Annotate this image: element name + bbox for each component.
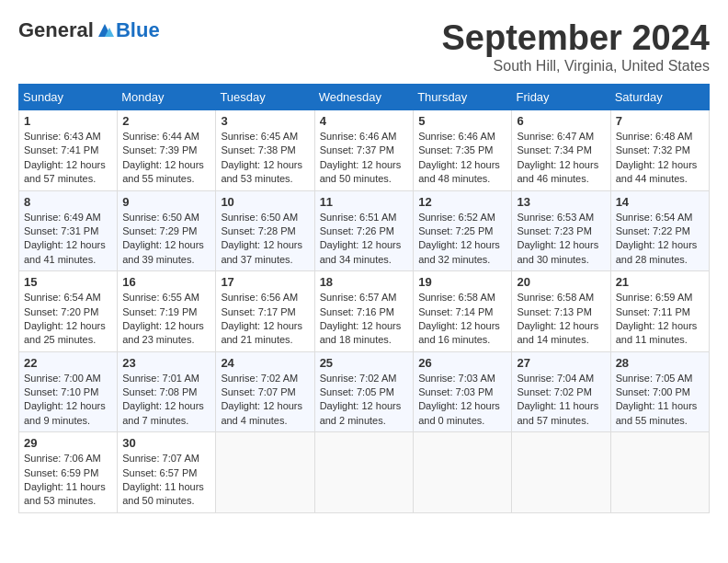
sunset-label: Sunset: 6:57 PM bbox=[122, 467, 197, 478]
logo-general-text: General bbox=[18, 18, 94, 42]
sunset-label: Sunset: 7:35 PM bbox=[418, 144, 493, 155]
calendar-cell: 1 Sunrise: 6:43 AM Sunset: 7:41 PM Dayli… bbox=[19, 110, 118, 191]
sunset-label: Sunset: 7:37 PM bbox=[320, 144, 394, 155]
sunrise-label: Sunrise: 6:49 AM bbox=[24, 212, 101, 223]
calendar-weekday-monday: Monday bbox=[118, 85, 216, 110]
calendar-cell: 25 Sunrise: 7:02 AM Sunset: 7:05 PM Dayl… bbox=[314, 351, 414, 432]
sunset-label: Sunset: 7:05 PM bbox=[320, 386, 394, 397]
daylight-label: Daylight: 12 hours and 50 minutes. bbox=[320, 159, 402, 184]
sunrise-label: Sunrise: 6:58 AM bbox=[517, 292, 594, 303]
day-number: 4 bbox=[320, 114, 409, 128]
day-info: Sunrise: 6:46 AM Sunset: 7:37 PM Dayligh… bbox=[320, 130, 409, 187]
daylight-label: Daylight: 11 hours and 55 minutes. bbox=[616, 400, 698, 425]
daylight-label: Daylight: 12 hours and 25 minutes. bbox=[24, 320, 106, 345]
day-number: 2 bbox=[122, 114, 210, 128]
daylight-label: Daylight: 12 hours and 48 minutes. bbox=[418, 159, 500, 184]
daylight-label: Daylight: 12 hours and 7 minutes. bbox=[122, 400, 204, 425]
title-section: September 2024 South Hill, Virginia, Uni… bbox=[442, 18, 711, 75]
sunrise-label: Sunrise: 7:04 AM bbox=[517, 373, 594, 384]
day-number: 15 bbox=[24, 275, 112, 289]
day-number: 8 bbox=[24, 195, 112, 209]
calendar-cell: 30 Sunrise: 7:07 AM Sunset: 6:57 PM Dayl… bbox=[118, 432, 216, 513]
daylight-label: Daylight: 12 hours and 0 minutes. bbox=[418, 400, 500, 425]
sunrise-label: Sunrise: 6:52 AM bbox=[418, 212, 495, 223]
sunset-label: Sunset: 7:28 PM bbox=[221, 225, 295, 236]
daylight-label: Daylight: 12 hours and 53 minutes. bbox=[221, 159, 302, 184]
calendar-cell: 16 Sunrise: 6:55 AM Sunset: 7:19 PM Dayl… bbox=[118, 271, 216, 352]
day-info: Sunrise: 7:04 AM Sunset: 7:02 PM Dayligh… bbox=[517, 372, 605, 429]
day-info: Sunrise: 6:51 AM Sunset: 7:26 PM Dayligh… bbox=[320, 211, 409, 268]
day-info: Sunrise: 7:07 AM Sunset: 6:57 PM Dayligh… bbox=[122, 452, 210, 509]
day-number: 17 bbox=[221, 275, 309, 289]
sunrise-label: Sunrise: 6:48 AM bbox=[616, 131, 693, 142]
daylight-label: Daylight: 12 hours and 11 minutes. bbox=[616, 320, 698, 345]
calendar-cell: 11 Sunrise: 6:51 AM Sunset: 7:26 PM Dayl… bbox=[314, 190, 414, 271]
calendar-weekday-wednesday: Wednesday bbox=[314, 85, 414, 110]
sunrise-label: Sunrise: 6:45 AM bbox=[221, 131, 298, 142]
day-number: 9 bbox=[122, 195, 210, 209]
day-number: 6 bbox=[517, 114, 605, 128]
calendar-week-row: 15 Sunrise: 6:54 AM Sunset: 7:20 PM Dayl… bbox=[19, 271, 710, 352]
daylight-label: Daylight: 12 hours and 39 minutes. bbox=[122, 239, 204, 264]
daylight-label: Daylight: 12 hours and 44 minutes. bbox=[616, 159, 698, 184]
day-number: 22 bbox=[24, 356, 112, 370]
sunrise-label: Sunrise: 6:54 AM bbox=[616, 212, 693, 223]
calendar-weekday-tuesday: Tuesday bbox=[216, 85, 314, 110]
day-info: Sunrise: 6:50 AM Sunset: 7:28 PM Dayligh… bbox=[221, 211, 309, 268]
calendar-week-row: 22 Sunrise: 7:00 AM Sunset: 7:10 PM Dayl… bbox=[19, 351, 710, 432]
daylight-label: Daylight: 12 hours and 32 minutes. bbox=[418, 239, 500, 264]
calendar-cell: 7 Sunrise: 6:48 AM Sunset: 7:32 PM Dayli… bbox=[610, 110, 709, 191]
sunrise-label: Sunrise: 6:56 AM bbox=[221, 292, 298, 303]
calendar-cell bbox=[512, 432, 610, 513]
calendar-cell: 5 Sunrise: 6:46 AM Sunset: 7:35 PM Dayli… bbox=[414, 110, 512, 191]
day-number: 26 bbox=[418, 356, 506, 370]
calendar-cell: 21 Sunrise: 6:59 AM Sunset: 7:11 PM Dayl… bbox=[610, 271, 709, 352]
day-number: 7 bbox=[616, 114, 704, 128]
daylight-label: Daylight: 12 hours and 55 minutes. bbox=[122, 159, 204, 184]
calendar-cell: 9 Sunrise: 6:50 AM Sunset: 7:29 PM Dayli… bbox=[118, 190, 216, 271]
calendar-cell: 27 Sunrise: 7:04 AM Sunset: 7:02 PM Dayl… bbox=[512, 351, 610, 432]
day-info: Sunrise: 6:55 AM Sunset: 7:19 PM Dayligh… bbox=[122, 291, 210, 348]
day-number: 14 bbox=[616, 195, 704, 209]
day-number: 5 bbox=[418, 114, 506, 128]
sunrise-label: Sunrise: 6:51 AM bbox=[320, 212, 397, 223]
sunset-label: Sunset: 6:59 PM bbox=[24, 467, 98, 478]
day-info: Sunrise: 7:03 AM Sunset: 7:03 PM Dayligh… bbox=[418, 372, 506, 429]
calendar-weekday-saturday: Saturday bbox=[610, 85, 709, 110]
day-info: Sunrise: 7:02 AM Sunset: 7:05 PM Dayligh… bbox=[320, 372, 409, 429]
sunrise-label: Sunrise: 6:46 AM bbox=[418, 131, 495, 142]
sunset-label: Sunset: 7:03 PM bbox=[418, 386, 493, 397]
calendar-cell: 4 Sunrise: 6:46 AM Sunset: 7:37 PM Dayli… bbox=[314, 110, 414, 191]
sunrise-label: Sunrise: 7:03 AM bbox=[418, 373, 495, 384]
sunrise-label: Sunrise: 6:57 AM bbox=[320, 292, 397, 303]
sunset-label: Sunset: 7:25 PM bbox=[418, 225, 493, 236]
daylight-label: Daylight: 12 hours and 57 minutes. bbox=[24, 159, 106, 184]
day-number: 1 bbox=[24, 114, 112, 128]
calendar-cell: 3 Sunrise: 6:45 AM Sunset: 7:38 PM Dayli… bbox=[216, 110, 314, 191]
day-info: Sunrise: 6:43 AM Sunset: 7:41 PM Dayligh… bbox=[24, 130, 112, 187]
sunrise-label: Sunrise: 6:55 AM bbox=[122, 292, 199, 303]
sunset-label: Sunset: 7:14 PM bbox=[418, 306, 493, 317]
logo-blue-text: Blue bbox=[116, 18, 160, 42]
sunset-label: Sunset: 7:07 PM bbox=[221, 386, 295, 397]
day-info: Sunrise: 7:06 AM Sunset: 6:59 PM Dayligh… bbox=[24, 452, 112, 509]
sunset-label: Sunset: 7:19 PM bbox=[122, 306, 197, 317]
sunrise-label: Sunrise: 7:02 AM bbox=[221, 373, 298, 384]
sunset-label: Sunset: 7:39 PM bbox=[122, 144, 197, 155]
calendar-cell: 26 Sunrise: 7:03 AM Sunset: 7:03 PM Dayl… bbox=[414, 351, 512, 432]
daylight-label: Daylight: 12 hours and 14 minutes. bbox=[517, 320, 598, 345]
sunset-label: Sunset: 7:26 PM bbox=[320, 225, 394, 236]
day-info: Sunrise: 6:47 AM Sunset: 7:34 PM Dayligh… bbox=[517, 130, 605, 187]
calendar-cell: 13 Sunrise: 6:53 AM Sunset: 7:23 PM Dayl… bbox=[512, 190, 610, 271]
day-number: 3 bbox=[221, 114, 309, 128]
calendar-cell bbox=[610, 432, 709, 513]
sunrise-label: Sunrise: 7:01 AM bbox=[122, 373, 199, 384]
calendar-weekday-thursday: Thursday bbox=[414, 85, 512, 110]
sunset-label: Sunset: 7:38 PM bbox=[221, 144, 295, 155]
day-info: Sunrise: 6:57 AM Sunset: 7:16 PM Dayligh… bbox=[320, 291, 409, 348]
day-number: 20 bbox=[517, 275, 605, 289]
calendar-cell: 24 Sunrise: 7:02 AM Sunset: 7:07 PM Dayl… bbox=[216, 351, 314, 432]
daylight-label: Daylight: 12 hours and 23 minutes. bbox=[122, 320, 204, 345]
sunset-label: Sunset: 7:23 PM bbox=[517, 225, 591, 236]
day-number: 16 bbox=[122, 275, 210, 289]
